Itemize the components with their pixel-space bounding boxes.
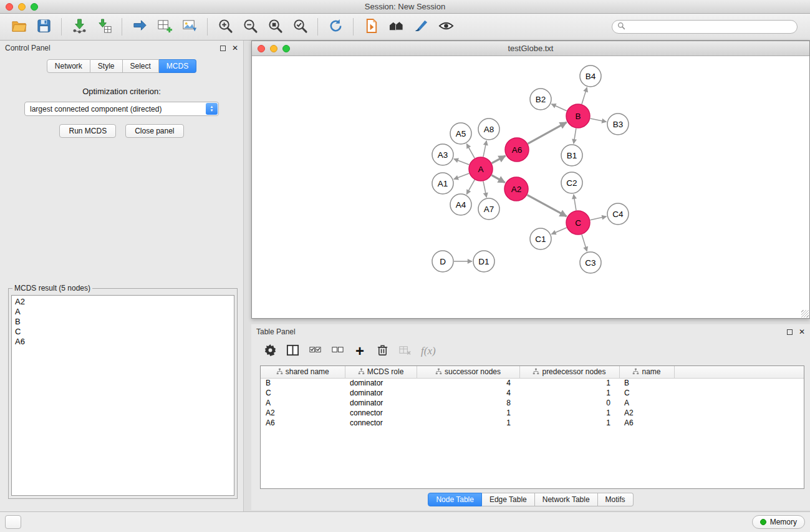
column-header-shared-name[interactable]: shared name bbox=[261, 366, 345, 378]
result-item[interactable]: A2 bbox=[15, 297, 231, 307]
graph-node-C2[interactable]: C2 bbox=[561, 172, 582, 193]
select-all-button[interactable] bbox=[305, 342, 325, 360]
zoom-in-button[interactable] bbox=[215, 17, 236, 37]
refresh-button[interactable] bbox=[325, 17, 346, 37]
new-table-button[interactable] bbox=[154, 17, 175, 37]
graph-node-C4[interactable]: C4 bbox=[607, 203, 629, 225]
criterion-dropdown[interactable]: largest connected component (directed) ▲… bbox=[24, 102, 219, 116]
tab-select[interactable]: Select bbox=[123, 59, 159, 73]
result-item[interactable]: A bbox=[15, 307, 231, 317]
column-header-name[interactable]: name bbox=[619, 366, 674, 378]
graph-edge-A-A4[interactable] bbox=[466, 180, 475, 194]
table-row[interactable]: Adominator80A bbox=[261, 398, 804, 408]
table-row[interactable]: A2connector11A2 bbox=[261, 408, 804, 418]
graph-edge-A-A1[interactable] bbox=[454, 173, 470, 179]
graph-edge-A-A3[interactable] bbox=[454, 159, 470, 165]
apply-style-button[interactable] bbox=[410, 17, 432, 37]
graph-node-B3[interactable]: B3 bbox=[607, 114, 629, 135]
column-header-mcds-role[interactable]: MCDS role bbox=[345, 366, 417, 378]
graph-node-A5[interactable]: A5 bbox=[450, 123, 471, 144]
graph-node-D1[interactable]: D1 bbox=[473, 251, 494, 272]
graph-node-A8[interactable]: A8 bbox=[478, 118, 499, 140]
graph-node-C[interactable]: C bbox=[566, 211, 590, 235]
graph-node-A6[interactable]: A6 bbox=[505, 138, 529, 162]
graph-edge-B-B2[interactable] bbox=[551, 104, 566, 111]
tab-mcds[interactable]: MCDS bbox=[159, 59, 196, 73]
graph-edge-B-B3[interactable] bbox=[591, 118, 607, 122]
graph-node-A[interactable]: A bbox=[469, 157, 493, 181]
close-table-panel-icon[interactable]: ✕ bbox=[799, 328, 805, 336]
graph-node-D[interactable]: D bbox=[432, 251, 453, 272]
run-mcds-button[interactable]: Run MCDS bbox=[59, 124, 116, 138]
graph-edge-C-C4[interactable] bbox=[591, 216, 607, 220]
delete-table-button[interactable] bbox=[395, 342, 415, 360]
float-panel-icon[interactable] bbox=[220, 46, 226, 51]
graph-node-A2[interactable]: A2 bbox=[504, 177, 528, 201]
graph-node-A3[interactable]: A3 bbox=[432, 144, 453, 165]
close-panel-icon[interactable]: ✕ bbox=[232, 44, 238, 52]
save-session-button[interactable] bbox=[33, 17, 54, 37]
graph-edge-C-C2[interactable] bbox=[574, 195, 576, 210]
graph-node-B[interactable]: B bbox=[566, 104, 590, 128]
graph-edge-A-A7[interactable] bbox=[483, 181, 486, 198]
graph-node-B1[interactable]: B1 bbox=[561, 145, 582, 166]
show-hide-button[interactable] bbox=[435, 17, 456, 37]
table-row[interactable]: Cdominator41C bbox=[261, 388, 804, 398]
tab-network-table[interactable]: Network Table bbox=[535, 493, 598, 506]
network-window-titlebar[interactable]: testGlobe.txt bbox=[252, 41, 809, 56]
graph-edge-A-A8[interactable] bbox=[483, 141, 486, 157]
graph-edge-A-A2[interactable] bbox=[491, 175, 504, 183]
graph-node-C3[interactable]: C3 bbox=[580, 252, 601, 273]
open-document-button[interactable] bbox=[360, 17, 382, 37]
tab-style[interactable]: Style bbox=[90, 59, 123, 73]
import-table-button[interactable] bbox=[94, 17, 115, 37]
network-canvas[interactable]: B4B2BB3A5A8A6B1A3AA1C2A2A4A7C4CC1DD1C3 bbox=[252, 56, 809, 318]
show-columns-button[interactable] bbox=[282, 342, 302, 360]
export-image-button[interactable] bbox=[179, 17, 200, 37]
graph-edge-A-A5[interactable] bbox=[466, 144, 475, 158]
graph-edge-B-B1[interactable] bbox=[574, 128, 576, 143]
result-item[interactable]: B bbox=[15, 317, 231, 327]
result-item[interactable]: A6 bbox=[15, 337, 231, 347]
column-header-successor-nodes[interactable]: successor nodes bbox=[417, 366, 519, 378]
graph-edge-A-A6[interactable] bbox=[492, 156, 506, 163]
table-settings-button[interactable] bbox=[260, 342, 280, 360]
open-session-button[interactable] bbox=[8, 17, 29, 37]
tab-network[interactable]: Network bbox=[47, 59, 90, 73]
zoom-selected-button[interactable] bbox=[289, 17, 311, 37]
table-row[interactable]: A6connector11A6 bbox=[261, 418, 804, 428]
add-column-button[interactable]: + bbox=[350, 342, 370, 360]
graph-edge-A2-C[interactable] bbox=[528, 195, 567, 216]
graph-edge-B-B4[interactable] bbox=[582, 87, 587, 104]
graph-edge-A6-B[interactable] bbox=[528, 122, 567, 143]
tab-edge-table[interactable]: Edge Table bbox=[482, 493, 535, 506]
column-header-predecessor-nodes[interactable]: predecessor nodes bbox=[519, 366, 619, 378]
zoom-out-button[interactable] bbox=[239, 17, 261, 37]
home-button[interactable] bbox=[385, 17, 407, 37]
import-network-button[interactable] bbox=[69, 17, 90, 37]
network-graph[interactable]: B4B2BB3A5A8A6B1A3AA1C2A2A4A7C4CC1DD1C3 bbox=[252, 56, 809, 318]
graph-node-A7[interactable]: A7 bbox=[478, 198, 499, 220]
tab-motifs[interactable]: Motifs bbox=[598, 493, 634, 506]
graph-node-C1[interactable]: C1 bbox=[530, 228, 551, 249]
new-network-button[interactable] bbox=[129, 17, 150, 37]
search-input[interactable] bbox=[629, 22, 792, 31]
deselect-all-button[interactable] bbox=[327, 342, 347, 360]
memory-button[interactable]: Memory bbox=[752, 515, 805, 529]
graph-edge-C-C3[interactable] bbox=[582, 235, 587, 251]
tab-node-table[interactable]: Node Table bbox=[428, 493, 482, 506]
node-table-container[interactable]: shared nameMCDS rolesuccessor nodesprede… bbox=[260, 365, 804, 489]
float-table-panel-icon[interactable] bbox=[787, 329, 793, 335]
graph-node-A1[interactable]: A1 bbox=[432, 173, 453, 194]
resize-handle[interactable] bbox=[801, 310, 809, 317]
console-button[interactable] bbox=[5, 515, 21, 529]
close-panel-button[interactable]: Close panel bbox=[125, 124, 183, 138]
result-item[interactable]: C bbox=[15, 327, 231, 337]
function-builder-button[interactable]: f(x) bbox=[421, 345, 436, 357]
graph-node-B2[interactable]: B2 bbox=[530, 89, 551, 110]
toolbar-search[interactable] bbox=[612, 20, 798, 34]
zoom-fit-button[interactable] bbox=[264, 17, 286, 37]
delete-column-button[interactable] bbox=[372, 342, 392, 360]
graph-edge-C-C1[interactable] bbox=[551, 228, 566, 234]
table-row[interactable]: Bdominator41B bbox=[261, 378, 804, 388]
